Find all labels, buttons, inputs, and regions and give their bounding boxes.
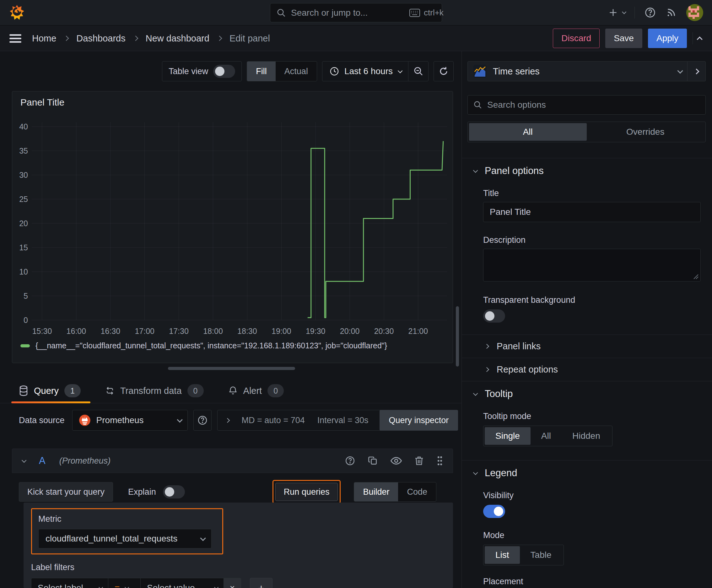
alert-count-badge: 0 — [267, 384, 284, 397]
search-input[interactable] — [291, 8, 404, 18]
datasource-help-button[interactable] — [193, 410, 212, 430]
query-help-icon[interactable] — [345, 456, 355, 466]
query-options-summary[interactable]: MD = auto = 704 Interval = 30s — [217, 410, 394, 430]
tab-overrides[interactable]: Overrides — [587, 123, 705, 141]
time-range-button[interactable]: Last 6 hours — [322, 62, 408, 81]
tooltip-mode-single[interactable]: Single — [485, 427, 531, 445]
svg-text:20:30: 20:30 — [374, 327, 394, 335]
tooltip-mode-all[interactable]: All — [531, 427, 562, 445]
discard-button[interactable]: Discard — [553, 28, 600, 48]
builder-option[interactable]: Builder — [354, 482, 398, 501]
avatar[interactable] — [686, 4, 703, 21]
scrollbar-thumb[interactable] — [456, 306, 459, 366]
grafana-app: ctrl+k — [0, 0, 712, 588]
toggle-viz-picker-button[interactable] — [688, 61, 706, 81]
svg-text:30: 30 — [19, 171, 28, 180]
collapse-options-button[interactable] — [698, 37, 703, 41]
breadcrumb-dashboards[interactable]: Dashboards — [76, 33, 125, 44]
kickstart-button[interactable]: Kick start your query — [19, 482, 113, 502]
select-label-dropdown[interactable]: Select label — [31, 578, 108, 588]
code-option[interactable]: Code — [398, 482, 436, 501]
apply-button[interactable]: Apply — [648, 28, 687, 48]
hide-response-icon[interactable] — [390, 456, 402, 465]
query-a-header[interactable]: A (Prometheus) — [12, 448, 453, 473]
tab-transform-data[interactable]: Transform data 0 — [105, 378, 204, 403]
topbar-divider — [634, 6, 635, 19]
chevron-up-icon — [697, 37, 702, 42]
transform-icon — [105, 386, 114, 396]
viz-picker-select[interactable]: Time series — [468, 61, 688, 81]
table-view-label: Table view — [169, 67, 208, 76]
panel-toolbar: Table view Fill Actual Last 6 hours — [162, 61, 454, 81]
query-inspector-button[interactable]: Query inspector — [380, 410, 458, 430]
breadcrumb-edit-panel: Edit panel — [230, 33, 270, 44]
tooltip-mode-hidden[interactable]: Hidden — [562, 427, 611, 445]
duplicate-icon[interactable] — [368, 456, 378, 466]
global-search[interactable]: ctrl+k — [270, 3, 442, 22]
transparent-background-toggle[interactable] — [483, 309, 505, 322]
options-search[interactable] — [468, 95, 706, 114]
prometheus-icon — [79, 414, 91, 426]
svg-text:17:30: 17:30 — [169, 327, 189, 335]
select-value-dropdown[interactable]: Select value — [140, 578, 224, 588]
content: Table view Fill Actual Last 6 hours — [0, 51, 712, 588]
chevron-down-icon — [214, 585, 218, 588]
search-shortcut: ctrl+k — [409, 8, 444, 18]
zoom-out-icon — [413, 66, 424, 76]
chevron-down-icon[interactable] — [22, 458, 27, 463]
svg-text:15: 15 — [19, 243, 28, 252]
repeat-options-section[interactable]: Repeat options — [468, 358, 706, 381]
news-icon[interactable] — [666, 7, 677, 18]
zoom-out-button[interactable] — [408, 62, 428, 81]
description-textarea[interactable] — [483, 249, 701, 281]
breadcrumb-new-dashboard[interactable]: New dashboard — [146, 33, 209, 44]
svg-text:16:30: 16:30 — [101, 327, 121, 335]
legend-visibility-toggle[interactable] — [483, 505, 505, 518]
svg-text:20:00: 20:00 — [340, 327, 360, 335]
legend-mode-list[interactable]: List — [485, 546, 520, 564]
panel-resize-handle[interactable] — [168, 367, 295, 370]
tooltip-header[interactable]: Tooltip — [468, 381, 706, 403]
help-icon[interactable] — [644, 6, 656, 19]
explain-toggle[interactable] — [163, 485, 185, 499]
fill-option[interactable]: Fill — [247, 62, 276, 81]
run-queries-highlight: Run queries — [273, 480, 341, 504]
resize-grip-icon[interactable] — [693, 273, 699, 279]
legend-header[interactable]: Legend — [468, 460, 706, 482]
run-queries-button[interactable]: Run queries — [275, 483, 338, 501]
new-menu-button[interactable] — [608, 7, 625, 18]
drag-grip-icon[interactable] — [436, 456, 443, 466]
actual-option[interactable]: Actual — [276, 62, 317, 81]
chart-legend[interactable]: {__name__="cloudflared_tunnel_total_requ… — [20, 341, 387, 350]
chevron-down-icon — [125, 585, 129, 588]
options-search-input[interactable] — [487, 100, 700, 110]
tab-all[interactable]: All — [469, 123, 587, 141]
datasource-select[interactable]: Prometheus — [72, 410, 188, 430]
table-view-toggle[interactable] — [213, 65, 235, 78]
legend-mode-table[interactable]: Table — [520, 546, 562, 564]
chevron-down-icon — [177, 417, 182, 422]
metric-select[interactable]: cloudflared_tunnel_total_requests — [38, 529, 212, 548]
builder-code-segment: Builder Code — [354, 482, 436, 502]
menu-icon[interactable] — [9, 34, 21, 43]
grafana-logo-icon[interactable] — [9, 4, 25, 21]
tab-query[interactable]: Query 1 — [19, 378, 81, 403]
interval-value: Interval = 30s — [317, 416, 369, 425]
refresh-button[interactable] — [434, 61, 454, 81]
panel-options-header[interactable]: Panel options — [468, 158, 706, 180]
remove-filter-button[interactable]: × — [223, 578, 241, 588]
breadcrumb-separator-icon — [133, 36, 138, 41]
breadcrumb-separator-icon — [64, 36, 69, 41]
tooltip-mode-label: Tooltip mode — [483, 412, 701, 421]
save-button[interactable]: Save — [605, 28, 642, 48]
breadcrumb-separator-icon — [217, 36, 222, 41]
panel-title-input[interactable] — [483, 202, 701, 222]
breadcrumb-home[interactable]: Home — [32, 33, 56, 44]
operator-dropdown[interactable]: = — [108, 578, 141, 588]
nav-row: Home Dashboards New dashboard Edit panel… — [0, 26, 712, 51]
add-filter-button[interactable]: + — [250, 578, 273, 588]
trash-icon[interactable] — [414, 456, 424, 466]
tab-alert[interactable]: Alert 0 — [228, 378, 284, 403]
panel-preview[interactable]: Panel Title 051015202530354015:3016:0016… — [12, 91, 453, 363]
panel-links-section[interactable]: Panel links — [468, 335, 706, 358]
